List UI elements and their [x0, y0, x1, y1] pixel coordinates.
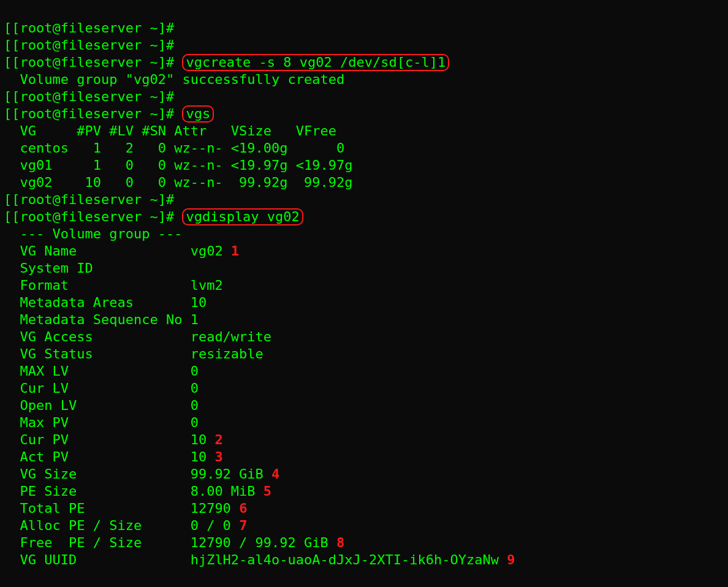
vgdisplay-row: Format lvm2	[4, 278, 223, 293]
prompt: [[root@fileserver ~]#	[4, 55, 174, 70]
vgcreate-output: Volume group "vg02" successfully created	[4, 72, 344, 87]
cmd-vgdisplay: vgdisplay vg02	[186, 209, 299, 224]
vgs-row: centos 1 2 0 wz--n- <19.00g 0	[4, 140, 344, 156]
cmd-vgcreate: vgcreate -s 8 vg02 /dev/sd[c-l]1	[186, 55, 446, 70]
vgs-command-highlight: vgs	[182, 105, 214, 123]
prompt: [[root@fileserver ~]#	[4, 20, 174, 36]
vgs-row: vg02 10 0 0 wz--n- 99.92g 99.92g	[4, 175, 353, 190]
vgdisplay-row: Metadata Sequence No 1	[4, 312, 199, 327]
annotation-6: 6	[239, 501, 247, 516]
annotation-8: 8	[336, 535, 344, 550]
vgdisplay-row: VG Access read/write	[4, 329, 271, 344]
prompt: [[root@fileserver ~]#	[4, 192, 174, 207]
annotation-4: 4	[271, 466, 279, 482]
vgdisplay-row: PE Size 8.00 MiB 5	[4, 483, 271, 499]
vgdisplay-row: Max PV 0	[4, 415, 199, 430]
cmd-vgs: vgs	[186, 106, 210, 121]
vgdisplay-header: --- Volume group ---	[4, 226, 182, 241]
annotation-2: 2	[214, 432, 222, 447]
annotation-9: 9	[507, 552, 515, 567]
vgdisplay-row: System ID	[4, 260, 191, 276]
annotation-7: 7	[239, 518, 247, 533]
vgdisplay-row: Cur PV 10 2	[4, 432, 223, 447]
vgs-header: VG #PV #LV #SN Attr VSize VFree	[4, 123, 336, 138]
vgdisplay-row: Free PE / Size 12790 / 99.92 GiB 8	[4, 535, 344, 550]
prompt: [[root@fileserver ~]#	[4, 209, 174, 224]
vgdisplay-row: MAX LV 0	[4, 363, 199, 379]
prompt: [[root@fileserver ~]#	[4, 37, 174, 53]
vgdisplay-row: VG Size 99.92 GiB 4	[4, 466, 279, 482]
vgdisplay-row: Metadata Areas 10	[4, 295, 207, 310]
vgdisplay-row: VG UUID hjZlH2-al4o-uaoA-dJxJ-2XTI-ik6h-…	[4, 552, 515, 567]
vgdisplay-row: Alloc PE / Size 0 / 0 7	[4, 518, 247, 533]
vgs-row: vg01 1 0 0 wz--n- <19.97g <19.97g	[4, 157, 353, 173]
vgdisplay-row: Act PV 10 3	[4, 449, 223, 464]
vgdisplay-command-highlight: vgdisplay vg02	[182, 208, 303, 225]
annotation-5: 5	[264, 483, 271, 499]
vgdisplay-row: Total PE 12790 6	[4, 501, 247, 516]
annotation-1: 1	[231, 243, 239, 259]
vgdisplay-row: Open LV 0	[4, 398, 199, 413]
prompt: [[root@fileserver ~]#	[4, 89, 174, 104]
vgdisplay-row: VG Status resizable	[4, 346, 264, 362]
vgdisplay-row: Cur LV 0	[4, 381, 199, 396]
terminal-output: [[root@fileserver ~]# [[root@fileserver …	[0, 0, 728, 587]
prompt: [[root@fileserver ~]#	[4, 106, 174, 121]
vgcreate-command-highlight: vgcreate -s 8 vg02 /dev/sd[c-l]1	[182, 54, 449, 71]
annotation-3: 3	[214, 449, 222, 464]
vgdisplay-row: VG Name vg02 1	[4, 243, 239, 259]
